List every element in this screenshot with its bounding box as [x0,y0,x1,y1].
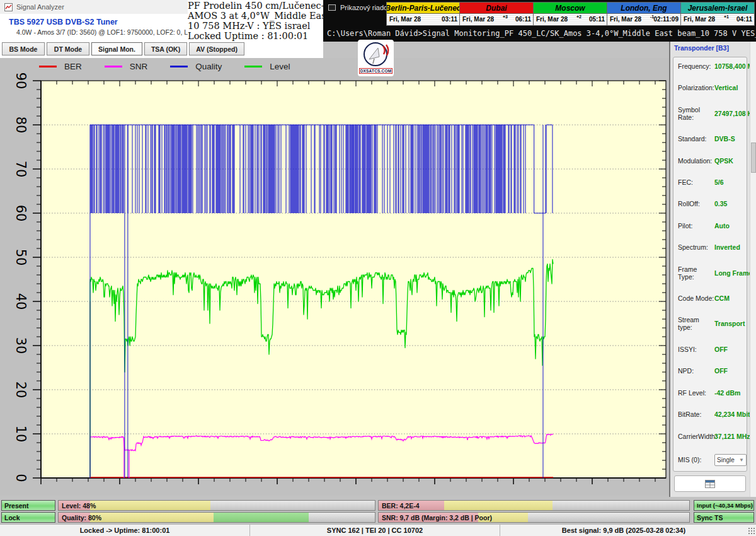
chevron-down-icon: ▼ [739,457,744,463]
param-label: CarrierWidth: [678,433,714,440]
annotation-line-1: PF Prodelin 450 cm/Lučenec-Slovakia [188,1,323,11]
annotation-line-3: 10 758 MHz-V : YES israel [188,21,323,31]
world-clocks: Berlin-Paris-LučenecFri, Mar 2803:11Duba… [386,2,755,26]
clock-city: Jerusalem-Israel [681,2,755,14]
export-button[interactable] [674,475,746,492]
clock-city: Moscow [534,2,607,14]
annotation-line-2: AMOS 3 at 4,0°W_Middle East beam [188,11,323,21]
quality-meter: Quality: 80% [58,512,375,523]
annotation-line-4: Locked Uptime : 81:00:01 [188,31,323,41]
param-label: ISSYI: [678,346,714,353]
param-label: RollOff: [678,200,714,207]
legend-item-snr: SNR [105,62,148,71]
status-best-signal: Best signal: 9,9 dB (2025-03-28 02:34) [500,525,747,536]
param-row-code-mode-: Code Mode:CCM [678,294,747,302]
tab-av-stopped-[interactable]: AV (Stopped) [189,42,244,55]
window-titlebar: Signal Analyzer [0,0,189,14]
clock-date: Fri, Mar 28 [462,16,494,23]
scrollbar-thumb[interactable] [751,143,756,173]
terminal-titlebar: Prikazový riadok [328,4,391,11]
clock-date: Fri, Mar 28 [536,16,568,23]
clock-utc-offset: +3 [503,15,508,19]
tuner-name: TBS 5927 USB DVB-S2 Tuner [9,18,118,26]
clock-dubai: DubaiFri, Mar 28+306:11 [460,2,534,26]
param-row-rolloff-: RollOff:0.35 [678,200,747,207]
meter-label: Quality: 80% [62,514,101,521]
clock-moscow: MoscowFri, Mar 28+205:11 [534,2,607,26]
param-row-npd-: NPD:OFF [678,367,747,375]
clock-berlin-paris-lu-enec: Berlin-Paris-LučenecFri, Mar 2803:11 [386,2,460,26]
svg-text:70: 70 [13,161,28,178]
param-row-frame-type-: Frame Type:Long Frame [678,265,747,281]
svg-text:40: 40 [13,293,28,310]
chart-plot: 0102030405060708090 [0,58,669,496]
param-label: Frame Type: [678,265,714,281]
legend-item-level: Level [244,62,290,71]
svg-text:90: 90 [13,73,28,90]
terminal-window[interactable]: Prikazový riadok Berlin-Paris-LučenecFri… [323,0,756,42]
meter-label: Level: 48% [62,502,96,510]
mis-value: Single [717,457,735,463]
svg-text:50: 50 [13,249,28,266]
param-row-polarization-: Polarization:Vertical [678,84,747,91]
terminal-command-line[interactable]: C:\Users\Roman Dávid>Signal Monitoring_P… [327,29,756,38]
status-sync-counters: SYNC 162 | TEI 20 | CC 10702 [250,525,500,536]
param-value: Auto [714,222,730,230]
param-value: Vertical [714,84,738,91]
param-value: -42 dBm [714,389,740,397]
param-row-spectrum-: Spectrum:Inverted [678,243,747,251]
clock-utc-offset: +1 [724,15,729,19]
tab-tsa-ok-[interactable]: TSA (OK) [144,42,187,55]
clock-time: 04:11 [736,16,752,23]
param-value: DVB-S [714,135,735,143]
param-label: Modulation: [678,157,714,165]
clock-city: London, Eng [607,2,681,14]
clock-utc-offset: +2 [576,15,581,19]
sidebar-scrollbar[interactable] [750,42,756,497]
meter-label: BER: 4,2E-4 [382,502,420,510]
param-value: 37,121 MHz [714,433,750,440]
param-row-rf-level-: RF Level:-42 dBm [678,389,747,397]
terminal-icon [328,4,336,11]
param-row-bitrate-: BitRate:42,234 Mbit/s [678,411,747,418]
legend-label: Quality [195,62,222,71]
table-icon [705,480,715,488]
clock-datetime: Fri, Mar 28-102:11:09 [607,14,681,26]
clock-jerusalem-israel: Jerusalem-IsraelFri, Mar 28+104:11 [681,2,755,26]
ber-meter: BER: 4,2E-4 [378,500,690,511]
mis-dropdown[interactable]: Single▼ [714,454,747,466]
clock-time: 06:11 [515,16,531,23]
transponder-sidebar: Transponder [B3] Frequency:10758,400 MHz… [669,42,750,497]
param-row-frequency-: Frequency:10758,400 MHz [678,62,747,70]
legend-swatch [105,66,122,67]
param-label: BitRate: [678,411,714,418]
param-label: Code Mode: [678,294,714,302]
signal-chart: BERSNRQualityLevel 0102030405060708090 [0,58,669,496]
transponder-title: Transponder [B3] [674,44,729,52]
svg-text:0: 0 [13,474,28,482]
lock-indicator: Lock [1,512,55,523]
clock-datetime: Fri, Mar 28+205:11 [534,14,607,26]
param-value: CCM [714,294,730,302]
tab-dt-mode[interactable]: DT Mode [47,42,89,55]
clock-city: Dubai [460,2,534,14]
param-label: Standard: [678,135,714,143]
resize-grip[interactable] [748,527,755,534]
meter-zone [90,501,210,510]
status-lock-uptime: Locked -> Uptime: 81:00:01 [0,525,250,536]
tab-bs-mode[interactable]: BS Mode [2,42,45,55]
param-row-issyi-: ISSYI:OFF [678,346,747,353]
param-row-symbol-rate-: Symbol Rate:27497,108 KS/s [678,106,747,121]
meter-zone [90,513,214,522]
terminal-title: Prikazový riadok [340,4,391,11]
legend-label: Level [270,62,290,71]
tab-signal-mon-[interactable]: Signal Mon. [91,42,142,55]
clock-time: 03:11 [442,16,457,23]
param-label: NPD: [678,367,714,375]
param-value: 5/6 [714,178,724,186]
screen: BERSNRQualityLevel 0102030405060708090 S… [0,0,756,536]
legend-swatch [244,66,262,67]
param-value: Transport [714,320,745,327]
sync-ts-indicator: Sync TS [694,512,754,523]
legend-swatch [170,66,188,67]
